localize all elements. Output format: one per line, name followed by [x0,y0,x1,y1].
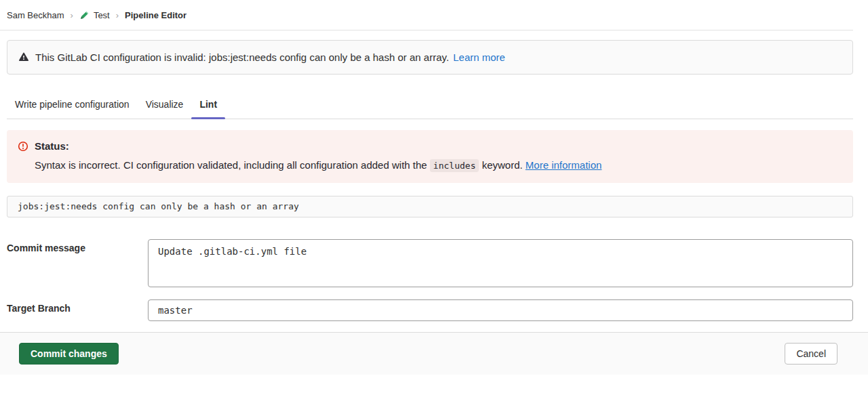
includes-code-chip: includes [430,159,479,172]
tab-write-pipeline-configuration[interactable]: Write pipeline configuration [7,93,138,119]
breadcrumb: Sam Beckham › Test › Pipeline Editor [0,0,853,30]
breadcrumb-item-current-page: Pipeline Editor [125,10,186,20]
lint-status-text-before: Syntax is incorrect. CI configuration va… [35,159,427,171]
target-branch-row: Target Branch [7,299,853,321]
learn-more-link[interactable]: Learn more [453,51,505,63]
banner-message: This GitLab CI configuration is invalid:… [35,51,449,63]
pipeline-editor-tabs: Write pipeline configuration Visualize L… [7,93,853,119]
lint-status-text-after: keyword. [482,159,523,171]
target-branch-input[interactable] [148,299,853,321]
commit-message-label: Commit message [7,239,148,253]
lint-status-message: Syntax is incorrect. CI configuration va… [35,158,842,173]
lint-status-alert: Status: Syntax is incorrect. CI configur… [7,130,853,183]
invalid-config-banner: This GitLab CI configuration is invalid:… [7,40,853,75]
commit-form: Commit message Update .gitlab-ci.yml fil… [7,239,853,321]
more-information-link[interactable]: More information [526,159,602,171]
commit-message-row: Commit message Update .gitlab-ci.yml fil… [7,239,853,287]
breadcrumb-separator: › [116,10,119,20]
tab-visualize[interactable]: Visualize [138,93,192,119]
lint-error-message: jobs:jest:needs config can only be a has… [7,196,853,217]
warning-triangle-icon [18,51,29,62]
target-branch-label: Target Branch [7,299,148,314]
cancel-button[interactable]: Cancel [785,343,837,365]
commit-action-bar: Commit changes Cancel [0,332,868,375]
breadcrumb-separator: › [71,10,73,20]
commit-message-textarea[interactable]: Update .gitlab-ci.yml file [148,239,853,287]
breadcrumb-item-user[interactable]: Sam Beckham [7,10,64,20]
commit-changes-button[interactable]: Commit changes [19,343,119,365]
error-circle-icon [18,141,28,152]
project-avatar-pencil-icon [79,10,90,20]
lint-status-title: Status: [35,140,69,152]
tab-lint[interactable]: Lint [191,93,225,119]
breadcrumb-item-project[interactable]: Test [94,10,110,20]
